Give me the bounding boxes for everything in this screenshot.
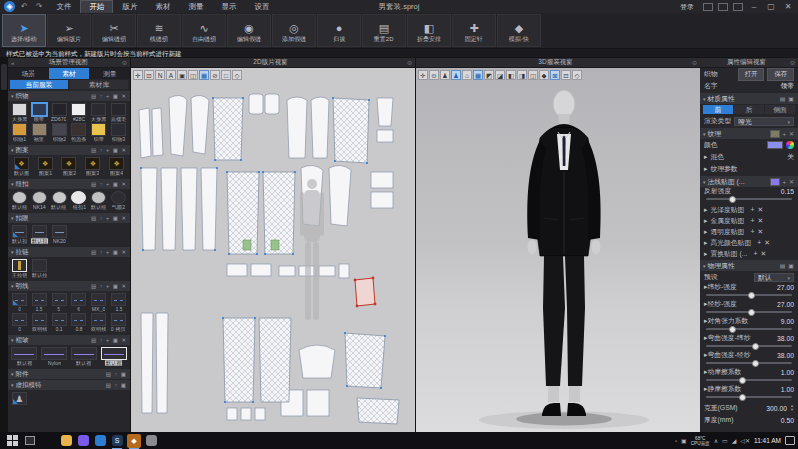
fabric-item[interactable]: 领带: [30, 103, 49, 122]
notification-center-icon[interactable]: [785, 436, 795, 445]
topstitch-item[interactable]: 5: [50, 293, 69, 312]
delete-icon[interactable]: ✕: [764, 239, 770, 247]
delete-icon[interactable]: ✕: [789, 130, 795, 137]
slider[interactable]: [706, 396, 792, 398]
ribbon-tool-button[interactable]: ● 归拔: [317, 14, 361, 47]
redo-icon[interactable]: ↷: [34, 2, 45, 11]
buttonhole-item[interactable]: 默认扣: [30, 225, 49, 244]
volume-muted-icon[interactable]: ◁✕: [740, 437, 750, 444]
normal-map-swatch[interactable]: [770, 178, 780, 186]
add-icon[interactable]: +: [782, 131, 787, 137]
delete-icon[interactable]: ✕: [760, 250, 766, 258]
pin-icon[interactable]: ⊙: [407, 59, 412, 66]
ribbon-tool-button[interactable]: ◎ 添加假缝: [272, 14, 316, 47]
material-section-header[interactable]: ▾材质属性▤▣: [700, 93, 798, 104]
view3d-tool-icon[interactable]: ◇: [572, 70, 582, 80]
delete-icon[interactable]: ✕: [757, 217, 763, 225]
view3d-tool-icon[interactable]: ✛: [418, 70, 428, 80]
slider[interactable]: [706, 328, 792, 330]
fabric-item[interactable]: ZD670: [50, 103, 69, 122]
ribbon-tool-button[interactable]: ∿ 自由缝纫: [182, 14, 226, 47]
taskbar-app-icon[interactable]: [42, 434, 56, 448]
save-icon[interactable]: ▣: [788, 95, 795, 102]
reflect-slider[interactable]: [706, 198, 792, 200]
close-button[interactable]: ✕: [782, 2, 794, 11]
section-shirring-header[interactable]: ▾褶皱▤ ↑ + ▣ ✕: [8, 335, 130, 345]
menu-item[interactable]: 素材: [147, 1, 178, 13]
weight-value[interactable]: 300.00: [766, 405, 787, 412]
view2d-tool-icon[interactable]: □: [221, 70, 231, 80]
pattern-canvas-2d[interactable]: ✛⊡NA▣◫▦⊘□◇: [131, 68, 415, 432]
slider[interactable]: [706, 294, 792, 296]
add-icon[interactable]: +: [750, 228, 754, 235]
layout-3d-icon[interactable]: [718, 3, 728, 11]
delete-icon[interactable]: ✕: [789, 178, 795, 185]
topstitch-item[interactable]: 1.5: [30, 293, 49, 312]
pin-icon[interactable]: ⊙: [122, 59, 127, 66]
tray-graph-icon[interactable]: ▣: [681, 437, 687, 444]
ribbon-tool-button[interactable]: ≋ 线缝纫: [137, 14, 181, 47]
button-item[interactable]: 纽扣1: [70, 191, 89, 210]
topstitch-item[interactable]: 双明线: [89, 313, 108, 332]
minimize-button[interactable]: –: [748, 2, 760, 11]
menu-item[interactable]: 版片: [114, 1, 145, 13]
start-button[interactable]: [7, 435, 18, 446]
pattern-item[interactable]: ❖图案2: [58, 157, 81, 176]
view3d-tool-icon[interactable]: ◫: [528, 70, 538, 80]
buttonhole-item[interactable]: NK20: [50, 225, 69, 244]
layout-2d-icon[interactable]: [703, 3, 713, 11]
section-tools-icons[interactable]: ▤ ↑ + ▣ ✕: [91, 93, 127, 99]
view2d-tool-icon[interactable]: ▣: [177, 70, 187, 80]
pattern-pieces-drawing[interactable]: [131, 68, 415, 432]
left-subtab[interactable]: 当前服装: [10, 80, 68, 89]
taskbar-app-icon[interactable]: [59, 434, 73, 448]
ribbon-tool-button[interactable]: ➢ 编辑版片: [47, 14, 91, 47]
section-attachment-header[interactable]: ▾附件▤ ↑ ▣: [8, 369, 130, 379]
shirring-item[interactable]: 默认褶: [10, 347, 39, 366]
fabric-item[interactable]: 织物3: [109, 123, 128, 142]
blend-state[interactable]: 关: [787, 152, 794, 162]
pin-icon[interactable]: ⊙: [790, 59, 795, 66]
add-icon[interactable]: +: [757, 239, 761, 246]
pattern-item[interactable]: ❖图案4: [105, 157, 128, 176]
taskbar-clock[interactable]: 11:41 AM: [754, 437, 781, 444]
view3d-tool-icon[interactable]: ⊡: [561, 70, 571, 80]
view3d-tool-icon[interactable]: ♟: [451, 70, 461, 80]
add-icon[interactable]: +: [753, 250, 757, 257]
task-view-icon[interactable]: [25, 436, 35, 445]
delete-icon[interactable]: ✕: [757, 206, 763, 214]
ribbon-tool-button[interactable]: ✂ 编辑缝纫: [92, 14, 136, 47]
render-type-dropdown[interactable]: 哑光▾: [734, 117, 794, 126]
pattern-item[interactable]: ❖默认图: [10, 157, 33, 176]
save-icon[interactable]: ▣: [788, 262, 795, 269]
color-swatch[interactable]: [767, 141, 783, 149]
zipper-item[interactable]: 主拉链: [10, 259, 29, 278]
view3d-tool-icon[interactable]: ◪: [495, 70, 505, 80]
folder-icon[interactable]: ▤: [780, 95, 787, 102]
topstitch-item[interactable]: 0: [10, 293, 29, 312]
topstitch-item[interactable]: 0: [10, 313, 29, 332]
avatar-item[interactable]: ♟: [10, 392, 29, 405]
battery-icon[interactable]: ▭: [722, 437, 728, 444]
tray-app-icon[interactable]: ▫: [675, 438, 677, 444]
ribbon-tool-button[interactable]: ◆ 模拟-快: [497, 14, 541, 47]
menu-item[interactable]: 显示: [213, 1, 244, 13]
view3d-tool-icon[interactable]: ♟: [440, 70, 450, 80]
zipper-item[interactable]: 默认拉: [30, 259, 49, 278]
view2d-tool-icon[interactable]: ⊘: [210, 70, 220, 80]
layout-both-icon[interactable]: [733, 3, 743, 11]
section-zipper-header[interactable]: ▾拉链▤ ↑ + ▣ ✕: [8, 247, 130, 257]
view2d-tool-icon[interactable]: ◫: [188, 70, 198, 80]
topstitch-item[interactable]: 0 拷贝: [109, 313, 128, 332]
face-tab[interactable]: 侧面: [765, 105, 795, 114]
fabric-item[interactable]: 织物2: [50, 123, 69, 142]
topstitch-item[interactable]: 0.1: [50, 313, 69, 332]
buttonhole-item[interactable]: 默认扣: [10, 225, 29, 244]
add-icon[interactable]: +: [750, 206, 754, 213]
ribbon-tool-button[interactable]: ◧ 折叠安排: [407, 14, 451, 47]
shirring-item[interactable]: 默认褶: [70, 347, 99, 366]
fabric-item[interactable]: #28C: [70, 103, 89, 122]
slider[interactable]: [706, 345, 792, 347]
fabric-item[interactable]: 袖里: [30, 123, 49, 142]
view3d-tool-icon[interactable]: ⊙: [429, 70, 439, 80]
